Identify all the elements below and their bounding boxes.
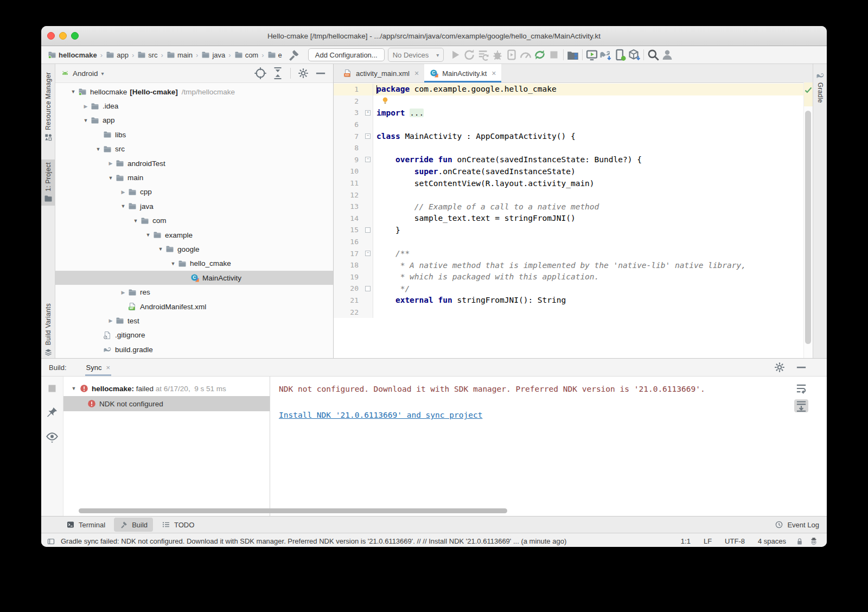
zoom-window-button[interactable] [71, 32, 79, 40]
user-avatar-button[interactable] [660, 48, 674, 61]
highlighting-level-icon[interactable] [809, 537, 818, 546]
tree-item--gitignore[interactable]: .gitignore [55, 328, 333, 342]
tree-open-arrow-icon[interactable]: ▼ [70, 386, 78, 391]
project-structure-button[interactable] [566, 48, 580, 61]
tree-item-hello-cmake[interactable]: ▼hello_cmake [55, 257, 333, 271]
chevron-down-icon[interactable]: ▾ [101, 71, 104, 76]
hide-panel-icon[interactable] [314, 67, 328, 80]
close-icon[interactable]: × [492, 69, 496, 78]
add-configuration-button[interactable]: Add Configuration... [308, 48, 385, 61]
indent-widget[interactable]: 4 spaces [754, 537, 790, 545]
build-tree-item-1[interactable]: NDK not configured [63, 396, 270, 411]
fold-marker-icon[interactable]: − [365, 251, 371, 256]
tree-item-app[interactable]: ▼app [55, 113, 333, 127]
search-everywhere-button[interactable] [646, 48, 660, 61]
stop-button[interactable] [547, 48, 561, 61]
breadcrumb-item-com[interactable]: com [233, 50, 260, 59]
lock-icon[interactable] [795, 537, 804, 546]
code-line-20[interactable]: 20 */ [334, 283, 804, 295]
code-line-3[interactable]: 3+import ... [334, 107, 804, 119]
attach-debugger-button[interactable] [505, 48, 519, 61]
editor-tab-activity-main-xml[interactable]: <>activity_main.xml× [338, 64, 424, 82]
run-configurations-button[interactable] [476, 48, 490, 61]
tool-strip-gradle[interactable]: Gradle [813, 68, 827, 106]
code-line-16[interactable]: 16 [334, 236, 804, 248]
code-line-19[interactable]: 19 * which is packaged with this applica… [334, 271, 804, 283]
tree-item-com[interactable]: ▼com [55, 214, 333, 228]
tree-item-google[interactable]: ▼google [55, 242, 333, 256]
gear-icon[interactable] [296, 67, 310, 80]
tool-window-tab-build[interactable]: Build [114, 518, 153, 532]
breadcrumb-item-java[interactable]: java [200, 50, 226, 59]
code-line-10[interactable]: 10 super.onCreate(savedInstanceState) [334, 165, 804, 177]
tree-open-arrow-icon[interactable]: ▼ [107, 175, 114, 181]
tree-closed-arrow-icon[interactable]: ▶ [107, 318, 114, 323]
gear-icon[interactable] [773, 361, 787, 374]
tree-item-cpp[interactable]: ▶cpp [55, 185, 333, 199]
sync-gradle-button[interactable] [533, 48, 547, 61]
tree-item-androidtest[interactable]: ▶androidTest [55, 156, 333, 170]
code-line-12[interactable]: 12 [334, 189, 804, 201]
fold-marker-icon[interactable]: − [365, 133, 371, 139]
code-line-9[interactable]: 9− override fun onCreate(savedInstanceSt… [334, 154, 804, 166]
tool-window-tab-terminal[interactable]: Terminal [61, 518, 111, 532]
tree-open-arrow-icon[interactable]: ▼ [157, 246, 164, 252]
build-tab-sync[interactable]: Sync × [85, 359, 112, 376]
tree-item-build-gradle[interactable]: build.gradle [55, 342, 333, 356]
tree-open-arrow-icon[interactable]: ▼ [119, 203, 127, 209]
tool-window-tab-todo[interactable]: TODO [156, 518, 200, 532]
tree-open-arrow-icon[interactable]: ▼ [169, 261, 177, 266]
sdk-manager-button[interactable] [627, 48, 641, 61]
tree-open-arrow-icon[interactable]: ▼ [69, 89, 77, 94]
tree-open-arrow-icon[interactable]: ▼ [82, 118, 90, 123]
breadcrumb-item-main[interactable]: main [165, 50, 194, 59]
device-selector-dropdown[interactable]: No Devices ▾ [388, 48, 444, 62]
caret-position-widget[interactable]: 1:1 [677, 537, 694, 545]
tree-item-libs[interactable]: libs [55, 127, 333, 142]
tree-closed-arrow-icon[interactable]: ▶ [107, 161, 114, 166]
device-manager-button[interactable] [613, 48, 627, 61]
breadcrumb-item-app[interactable]: app [105, 50, 130, 59]
collapse-all-icon[interactable] [271, 67, 285, 80]
breadcrumb-item-src[interactable]: src [136, 50, 158, 59]
tree-closed-arrow-icon[interactable]: ▶ [82, 104, 90, 109]
code-line-2[interactable]: 2 [334, 95, 804, 107]
status-message[interactable]: Gradle sync failed: NDK not configured. … [61, 537, 566, 545]
tree-item-main[interactable]: ▼main [55, 170, 333, 184]
close-window-button[interactable] [47, 32, 55, 40]
tree-item-res[interactable]: ▶res [55, 285, 333, 299]
debug-button[interactable] [490, 48, 505, 61]
tool-strip-build-variants[interactable]: Build Variants [41, 301, 55, 359]
fold-marker-icon[interactable] [365, 227, 371, 233]
close-icon[interactable]: × [414, 69, 419, 78]
line-separator-widget[interactable]: LF [700, 537, 716, 545]
code-line-8[interactable]: 8 [334, 142, 804, 154]
tree-closed-arrow-icon[interactable]: ▶ [119, 290, 127, 295]
pin-button[interactable] [45, 406, 59, 419]
code-line-1[interactable]: 1package com.example.google.hello_cmake [334, 84, 804, 95]
toggle-tool-window-bars-icon[interactable] [47, 537, 55, 546]
build-horizontal-scrollbar[interactable] [79, 508, 507, 513]
tree-item-hellocmake[interactable]: ▼hellocmake[Hello-cmake]/tmp/hellocmake [55, 85, 333, 99]
minimize-window-button[interactable] [59, 32, 67, 40]
run-button[interactable] [448, 48, 462, 61]
code-line-18[interactable]: 18 * A native method that is implemented… [334, 259, 804, 271]
sync-project-button[interactable] [599, 48, 613, 61]
code-line-22[interactable]: 22 [334, 306, 804, 318]
tree-open-arrow-icon[interactable]: ▼ [132, 218, 139, 224]
tool-strip-resource-manager[interactable]: Resource Manager [41, 69, 55, 144]
tree-item--idea[interactable]: ▶.idea [55, 99, 333, 113]
hide-panel-icon[interactable] [794, 361, 808, 374]
stop-button[interactable] [45, 382, 59, 395]
project-view-selector[interactable]: Android [73, 69, 98, 78]
code-line-15[interactable]: 15 } [334, 224, 804, 236]
encoding-widget[interactable]: UTF-8 [721, 537, 749, 545]
tree-item-androidmanifest-xml[interactable]: MFAndroidManifest.xml [55, 299, 333, 314]
event-log-button[interactable]: Event Log [775, 520, 819, 529]
code-line-21[interactable]: 21 external fun stringFromJNI(): String [334, 295, 804, 307]
code-line-6[interactable]: 6 [334, 119, 804, 131]
tool-strip-1-project[interactable]: 1: Project [41, 160, 55, 206]
fold-marker-icon[interactable]: + [365, 110, 371, 116]
editor-vertical-scrollbar[interactable] [805, 111, 811, 344]
code-line-13[interactable]: 13 // Example of a call to a native meth… [334, 201, 804, 213]
